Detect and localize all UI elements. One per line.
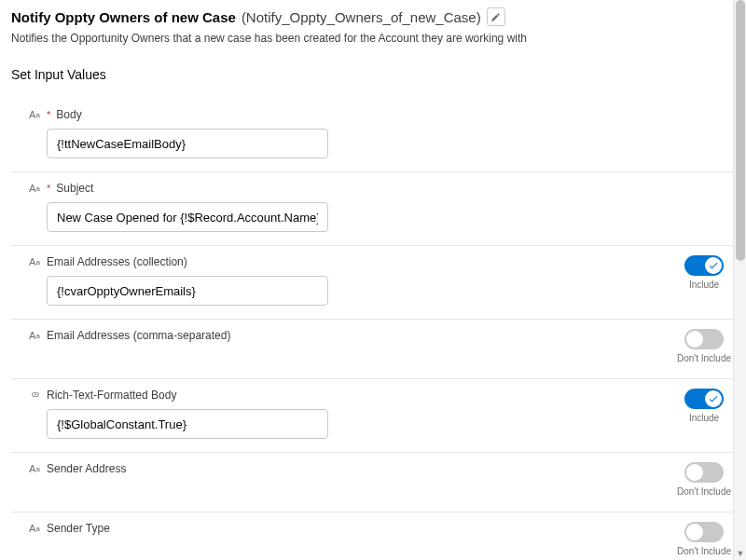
text-type-icon: Aa bbox=[28, 109, 41, 120]
section-heading: Set Input Values bbox=[11, 67, 735, 82]
toggle-label: Don't Include bbox=[677, 546, 731, 556]
text-type-icon: Aa bbox=[28, 463, 41, 474]
text-type-icon: Aa bbox=[28, 330, 41, 341]
email-collection-input[interactable] bbox=[47, 276, 328, 306]
field-rich-text: Rich-Text-Formatted Body Include bbox=[11, 379, 735, 453]
field-sender-type: Aa Sender Type Don't Include bbox=[11, 512, 735, 560]
toggle-label: Include bbox=[689, 413, 719, 423]
page-header: Notify Oppty Owners of new Case (Notify_… bbox=[11, 7, 735, 26]
required-indicator: * bbox=[47, 183, 50, 194]
field-email-collection: Aa Email Addresses (collection) Include bbox=[11, 246, 735, 320]
field-label: Sender Type bbox=[47, 522, 110, 535]
required-indicator: * bbox=[47, 109, 50, 120]
toggle-label: Include bbox=[689, 280, 719, 290]
toggle-label: Don't Include bbox=[677, 486, 731, 497]
check-icon bbox=[708, 260, 719, 271]
page-title: Notify Oppty Owners of new Case bbox=[11, 9, 236, 25]
field-label: Rich-Text-Formatted Body bbox=[47, 389, 176, 402]
field-label: Email Addresses (collection) bbox=[47, 255, 187, 268]
text-type-icon: Aa bbox=[28, 523, 41, 534]
page-api-name: (Notify_Oppty_Owners_of_new_Case) bbox=[242, 9, 481, 25]
check-icon bbox=[708, 393, 719, 404]
field-label: Subject bbox=[56, 182, 93, 195]
subject-input[interactable] bbox=[47, 202, 328, 232]
scrollbar-thumb[interactable] bbox=[736, 0, 745, 261]
include-toggle[interactable] bbox=[684, 522, 724, 542]
field-label: Email Addresses (comma-separated) bbox=[47, 329, 230, 342]
page-description: Notifies the Opportunity Owners that a n… bbox=[11, 32, 735, 45]
include-toggle[interactable] bbox=[684, 462, 724, 483]
text-type-icon: Aa bbox=[28, 256, 41, 267]
body-input[interactable] bbox=[47, 129, 328, 158]
pencil-icon bbox=[490, 12, 501, 22]
edit-button[interactable] bbox=[487, 7, 505, 26]
text-type-icon: Aa bbox=[28, 183, 41, 194]
field-email-comma: Aa Email Addresses (comma-separated) Don… bbox=[11, 320, 735, 379]
include-toggle[interactable] bbox=[684, 255, 724, 276]
rich-text-input[interactable] bbox=[47, 409, 328, 439]
scrollbar[interactable]: ▼ bbox=[733, 0, 746, 560]
scroll-down-arrow[interactable]: ▼ bbox=[734, 547, 746, 560]
include-toggle[interactable] bbox=[684, 389, 724, 409]
field-label: Sender Address bbox=[47, 462, 126, 475]
include-toggle[interactable] bbox=[684, 329, 724, 349]
field-label: Body bbox=[56, 108, 81, 121]
field-body: Aa * Body bbox=[11, 99, 735, 172]
link-type-icon bbox=[28, 389, 41, 401]
field-subject: Aa * Subject bbox=[11, 172, 735, 246]
toggle-label: Don't Include bbox=[677, 353, 731, 363]
field-sender-address: Aa Sender Address Don't Include bbox=[11, 453, 735, 512]
